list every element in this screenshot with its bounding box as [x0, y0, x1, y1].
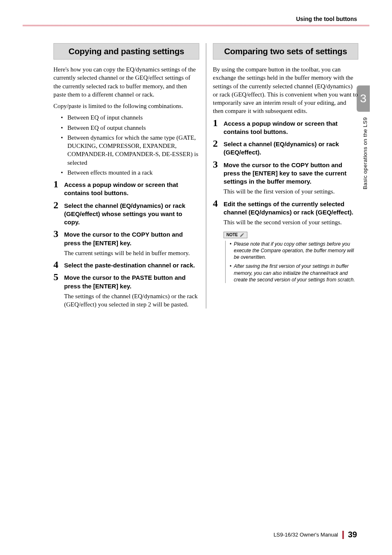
header-rule	[23, 25, 369, 26]
step-number: 4	[53, 260, 58, 269]
step-number: 3	[53, 229, 58, 239]
step-body: This will be the second version of your …	[224, 218, 358, 226]
step-3-right: 3 Move the cursor to the COPY button and…	[213, 161, 358, 196]
step-body: The settings of the channel (EQ/dynamics…	[64, 292, 199, 309]
step-2-right: 2 Select a channel (EQ/dynamics) or rack…	[213, 140, 358, 157]
step-title: Select the paste-destination channel or …	[64, 261, 199, 269]
step-2-left: 2 Select the channel (EQ/dynamics) or ra…	[53, 202, 199, 227]
step-body: The current settings will be held in buf…	[64, 249, 199, 257]
bullet-item: Between EQ of output channels	[62, 124, 199, 132]
chapter-label: Basic operations on the LS9	[362, 117, 368, 189]
step-title: Move the cursor to the PASTE button and …	[64, 274, 199, 290]
step-4-right: 4 Edit the settings of the currently sel…	[213, 200, 358, 227]
section-heading-left: Copying and pasting settings	[53, 43, 199, 60]
note-item: After saving the first version of your s…	[230, 263, 358, 283]
step-number: 1	[53, 179, 58, 189]
content-area: Copying and pasting settings Here's how …	[53, 43, 358, 309]
note-label-box: NOTE	[224, 232, 247, 238]
step-1-right: 1 Access a popup window or screen that c…	[213, 120, 358, 136]
note-item: Please note that if you copy other setti…	[230, 241, 358, 261]
step-1-left: 1 Access a popup window or screen that c…	[53, 181, 199, 198]
chapter-number: 3	[360, 92, 367, 105]
step-title: Access a popup window or screen that con…	[224, 120, 358, 136]
note-block: NOTE Please note that if you copy other …	[213, 230, 358, 283]
step-number: 2	[53, 200, 58, 210]
step-number: 4	[213, 198, 218, 208]
chapter-tab: 3	[357, 85, 370, 112]
footer: LS9-16/32 Owner's Manual 39	[274, 530, 357, 539]
step-title: Select the channel (EQ/dynamics) or rack…	[64, 202, 199, 227]
step-title: Select a channel (EQ/dynamics) or rack (…	[224, 140, 358, 157]
intro-paragraph-right: By using the compare button in the toolb…	[213, 65, 358, 115]
footer-doc-title: LS9-16/32 Owner's Manual	[274, 532, 338, 538]
step-title: Move the cursor to the COPY button and p…	[64, 230, 199, 247]
left-column: Copying and pasting settings Here's how …	[53, 43, 206, 309]
bullet-item: Between dynamics for which the same type…	[62, 134, 199, 167]
step-title: Edit the settings of the currently selec…	[224, 200, 358, 217]
step-body: This will be the first version of your s…	[224, 187, 358, 196]
footer-page-number: 39	[348, 530, 357, 539]
step-number: 2	[213, 138, 218, 148]
bullet-item: Between EQ of input channels	[62, 113, 199, 122]
step-4-left: 4 Select the paste-destination channel o…	[53, 261, 199, 269]
bullet-item: Between effects mounted in a rack	[62, 168, 199, 177]
step-number: 1	[213, 118, 218, 128]
right-column: Comparing two sets of settings By using …	[206, 43, 358, 309]
running-head: Using the tool buttons	[296, 16, 357, 22]
step-number: 5	[53, 272, 58, 282]
intro-paragraph-2-left: Copy/paste is limited to the following c…	[53, 102, 199, 110]
note-list: Please note that if you copy other setti…	[225, 241, 358, 283]
step-title: Move the cursor to the COPY button and p…	[224, 161, 358, 186]
section-heading-right: Comparing two sets of settings	[213, 43, 358, 60]
step-title: Access a popup window or screen that con…	[64, 181, 199, 198]
note-label: NOTE	[226, 233, 238, 237]
bullet-list-left: Between EQ of input channels Between EQ …	[53, 113, 199, 177]
pencil-icon	[240, 233, 244, 237]
step-5-left: 5 Move the cursor to the PASTE button an…	[53, 274, 199, 309]
footer-accent-bar	[342, 531, 344, 539]
step-number: 3	[213, 159, 218, 169]
intro-paragraph-1-left: Here's how you can copy the EQ/dynamics …	[53, 65, 199, 99]
step-3-left: 3 Move the cursor to the COPY button and…	[53, 230, 199, 257]
